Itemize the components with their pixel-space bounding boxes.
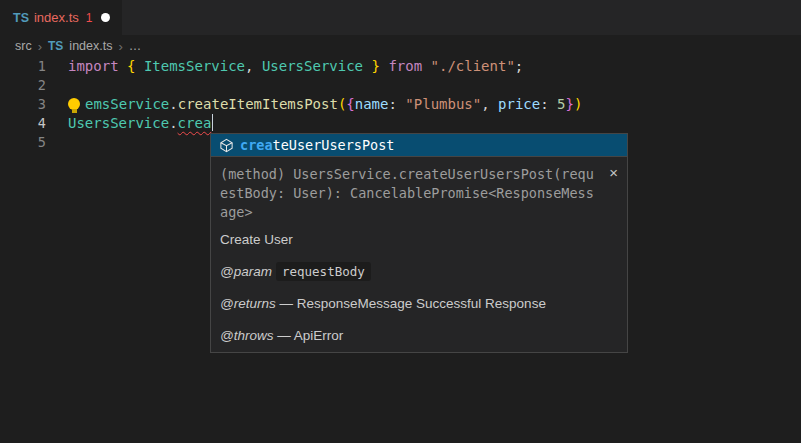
code-token: UsersService (262, 58, 363, 74)
code-token (363, 58, 371, 74)
code-line[interactable]: 1import { ItemsService, UsersService } f… (0, 57, 801, 76)
code-text: import { ItemsService, UsersService } fr… (46, 57, 523, 76)
code-text (46, 133, 68, 152)
code-line[interactable]: 3emsService.createItemItemsPost({name: "… (0, 95, 801, 114)
text-cursor (212, 114, 213, 131)
jsdoc-returns-tag: @returns (220, 296, 276, 311)
code-token (135, 58, 143, 74)
code-token: "./client" (431, 58, 515, 74)
param-name-chip: requestBody (276, 262, 371, 281)
code-token: , (245, 58, 262, 74)
returns-text: — ResponseMessage Successful Response (280, 296, 546, 311)
typescript-file-icon: TS (48, 39, 63, 53)
code-token: : (388, 96, 405, 112)
code-token: : (540, 96, 557, 112)
code-token: ; (515, 58, 523, 74)
throws-text: — ApiError (277, 328, 343, 343)
doc-returns-row: @returns — ResponseMessage Successful Re… (220, 296, 617, 312)
suggestion-item-selected[interactable]: createUserUsersPost (211, 134, 627, 156)
jsdoc-param-tag: @param (220, 264, 272, 279)
code-text: emsService.createItemItemsPost({name: "P… (46, 95, 582, 114)
method-signature: (method) UsersService.createUserUsersPos… (220, 165, 617, 222)
doc-param-row: @paramrequestBody (220, 264, 617, 280)
code-token: price (498, 96, 540, 112)
typescript-file-icon: TS (13, 11, 29, 25)
line-number: 4 (0, 114, 46, 133)
code-token: crea (178, 115, 212, 131)
code-token: } (566, 96, 574, 112)
code-token: { (346, 96, 354, 112)
jsdoc-throws-tag: @throws (220, 328, 273, 343)
code-line[interactable]: 2 (0, 76, 801, 95)
code-token (422, 58, 430, 74)
code-token: emsService (85, 96, 169, 112)
tab-filename: index.ts (34, 10, 79, 25)
lightbulb-icon[interactable] (68, 98, 80, 110)
code-token: createItemItemsPost (178, 96, 338, 112)
method-cube-icon (219, 138, 234, 153)
code-token: ItemsService (144, 58, 245, 74)
line-number: 5 (0, 133, 46, 152)
code-token: UsersService (68, 115, 169, 131)
code-token: , (481, 96, 498, 112)
tab-error-count-badge: 1 (86, 11, 93, 25)
breadcrumb: src › TS index.ts › … (0, 35, 801, 57)
doc-summary: Create User (220, 232, 617, 248)
code-token: } (372, 58, 380, 74)
chevron-right-icon: › (118, 39, 122, 54)
code-token: from (388, 58, 422, 74)
code-text: UsersService.crea (46, 114, 213, 133)
code-token: "Plumbus" (405, 96, 481, 112)
suggestion-rest-text: teUserUsersPost (273, 137, 395, 153)
line-number: 2 (0, 76, 46, 95)
line-number: 1 (0, 57, 46, 76)
code-text (46, 76, 68, 95)
code-line[interactable]: 4UsersService.crea (0, 114, 801, 133)
code-token: name (355, 96, 389, 112)
modified-dot-icon[interactable] (101, 13, 110, 22)
doc-throws-row: @throws — ApiError (220, 328, 617, 344)
code-token: ) (574, 96, 582, 112)
close-icon[interactable]: × (609, 165, 618, 180)
intellisense-suggest-widget: createUserUsersPost (method) UsersServic… (210, 133, 628, 353)
code-token: import (68, 58, 119, 74)
tab-index-ts[interactable]: TS index.ts 1 (0, 0, 122, 35)
code-token: 5 (557, 96, 565, 112)
tab-bar: TS index.ts 1 (0, 0, 801, 35)
breadcrumb-symbol-ellipsis[interactable]: … (129, 39, 142, 53)
line-number: 3 (0, 95, 46, 114)
breadcrumb-file[interactable]: index.ts (69, 39, 112, 53)
code-token: . (169, 115, 177, 131)
code-token (119, 58, 127, 74)
breadcrumb-folder[interactable]: src (15, 39, 32, 53)
suggestion-match-text: crea (240, 137, 273, 153)
code-token: . (169, 96, 177, 112)
suggestion-doc-panel: (method) UsersService.createUserUsersPos… (211, 156, 627, 352)
chevron-right-icon: › (38, 39, 42, 54)
